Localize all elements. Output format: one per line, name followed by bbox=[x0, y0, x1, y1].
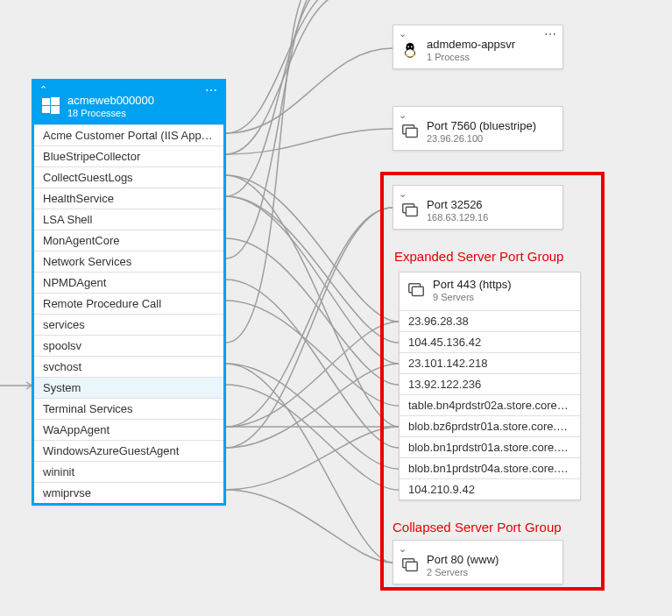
server-row[interactable]: 104.45.136.42 bbox=[400, 331, 580, 352]
source-node-subtitle: 18 Processes bbox=[67, 108, 154, 119]
port-80-header[interactable]: ⌄ Port 80 (www) 2 Servers bbox=[393, 541, 562, 584]
svg-rect-11 bbox=[406, 208, 417, 216]
process-row[interactable]: HealthService bbox=[34, 188, 223, 209]
source-node-header[interactable]: ⌃ ⋯ acmeweb000000 18 Processes bbox=[34, 81, 223, 124]
server-row[interactable]: 13.92.122.236 bbox=[400, 373, 580, 394]
port-7560-subtitle: 23.96.26.100 bbox=[427, 133, 536, 145]
appsvr-title: admdemo-appsvr bbox=[427, 38, 515, 52]
process-row[interactable]: WindowsAzureGuestAgent bbox=[34, 440, 223, 461]
expand-icon[interactable]: ⌄ bbox=[399, 544, 407, 554]
process-row[interactable]: Terminal Services bbox=[34, 398, 223, 419]
node-menu-icon[interactable]: ⋯ bbox=[544, 27, 557, 41]
process-row[interactable]: Network Services bbox=[34, 251, 223, 272]
collapse-icon[interactable]: ⌃ bbox=[39, 85, 47, 95]
port-32526-header[interactable]: ⌄ Port 32526 168.63.129.16 bbox=[393, 186, 562, 229]
server-row[interactable]: 23.96.28.38 bbox=[400, 310, 580, 331]
server-group-icon bbox=[400, 556, 420, 575]
server-row[interactable]: blob.bz6prdstr01a.store.core.w… bbox=[400, 415, 580, 436]
server-group-icon bbox=[407, 280, 426, 300]
server-group-icon bbox=[400, 201, 420, 220]
server-group-icon bbox=[400, 122, 420, 141]
annotation-expanded-label: Expanded Server Port Group bbox=[394, 249, 563, 264]
port-80-title: Port 80 (www) bbox=[427, 553, 499, 567]
expand-icon[interactable]: ⌄ bbox=[399, 110, 407, 120]
process-row[interactable]: Remote Procedure Call bbox=[34, 293, 223, 314]
svg-rect-9 bbox=[406, 129, 417, 138]
process-row[interactable]: wmiprvse bbox=[34, 482, 223, 503]
port-443-header[interactable]: Port 443 (https) 9 Servers bbox=[400, 273, 580, 310]
annotation-collapsed-label: Collapsed Server Port Group bbox=[393, 520, 562, 535]
port-32526-node[interactable]: ⌄ Port 32526 168.63.129.16 bbox=[393, 185, 563, 230]
appsvr-header[interactable]: ⌄ ⋯ admdemo-appsvr 1 Process bbox=[393, 25, 562, 68]
expand-icon[interactable]: ⌄ bbox=[399, 189, 407, 199]
process-row[interactable]: LSA Shell bbox=[34, 209, 223, 230]
port-443-title: Port 443 (https) bbox=[433, 278, 512, 292]
svg-rect-3 bbox=[51, 106, 60, 114]
process-row[interactable]: spoolsv bbox=[34, 335, 223, 356]
port-80-subtitle: 2 Servers bbox=[427, 567, 499, 578]
source-node-title: acmeweb000000 bbox=[67, 94, 154, 108]
port-32526-title: Port 32526 bbox=[427, 198, 488, 212]
appsvr-subtitle: 1 Process bbox=[427, 52, 515, 63]
server-row[interactable]: blob.bn1prdstr01a.store.core.w… bbox=[400, 436, 580, 457]
process-row[interactable]: wininit bbox=[34, 461, 223, 482]
port-443-server-list: 23.96.28.38104.45.136.4223.101.142.21813… bbox=[400, 310, 580, 499]
appsvr-node[interactable]: ⌄ ⋯ admdemo-appsvr 1 Process bbox=[393, 25, 563, 69]
process-row[interactable]: Acme Customer Portal (IIS App… bbox=[34, 124, 223, 145]
server-row[interactable]: 23.101.142.218 bbox=[400, 352, 580, 373]
svg-rect-15 bbox=[406, 563, 417, 571]
process-row[interactable]: BlueStripeCollector bbox=[34, 145, 223, 166]
port-7560-title: Port 7560 (bluestripe) bbox=[427, 119, 536, 133]
server-row[interactable]: table.bn4prdstr02a.store.core.… bbox=[400, 394, 580, 415]
server-row[interactable]: 104.210.9.42 bbox=[400, 478, 580, 499]
port-443-subtitle: 9 Servers bbox=[433, 292, 512, 303]
process-row[interactable]: WaAppAgent bbox=[34, 419, 223, 440]
svg-rect-1 bbox=[51, 97, 60, 105]
node-menu-icon[interactable]: ⋯ bbox=[205, 83, 218, 97]
svg-rect-13 bbox=[412, 287, 423, 296]
source-process-list: Acme Customer Portal (IIS App…BlueStripe… bbox=[34, 124, 223, 503]
process-row[interactable]: NPMDAgent bbox=[34, 272, 223, 293]
port-32526-subtitle: 168.63.129.16 bbox=[427, 212, 488, 223]
source-server-node[interactable]: ⌃ ⋯ acmeweb000000 18 Processes Acme Cust… bbox=[32, 79, 226, 506]
expand-icon[interactable]: ⌄ bbox=[399, 29, 407, 39]
server-row[interactable]: blob.bn1prdstr04a.store.core.w… bbox=[400, 457, 580, 478]
svg-rect-0 bbox=[42, 98, 50, 105]
svg-point-6 bbox=[407, 46, 409, 48]
linux-icon bbox=[400, 40, 420, 60]
process-row[interactable]: services bbox=[34, 314, 223, 335]
port-80-node[interactable]: ⌄ Port 80 (www) 2 Servers bbox=[393, 540, 563, 584]
svg-point-7 bbox=[411, 46, 413, 48]
process-row[interactable]: CollectGuestLogs bbox=[34, 166, 223, 188]
windows-icon bbox=[41, 96, 60, 116]
process-row[interactable]: MonAgentCore bbox=[34, 230, 223, 251]
port-443-node[interactable]: Port 443 (https) 9 Servers 23.96.28.3810… bbox=[399, 272, 581, 500]
port-7560-node[interactable]: ⌄ Port 7560 (bluestripe) 23.96.26.100 bbox=[393, 106, 563, 151]
svg-rect-2 bbox=[42, 106, 50, 113]
process-row[interactable]: System bbox=[34, 377, 223, 398]
port-7560-header[interactable]: ⌄ Port 7560 (bluestripe) 23.96.26.100 bbox=[393, 107, 562, 150]
process-row[interactable]: svchost bbox=[34, 356, 223, 377]
